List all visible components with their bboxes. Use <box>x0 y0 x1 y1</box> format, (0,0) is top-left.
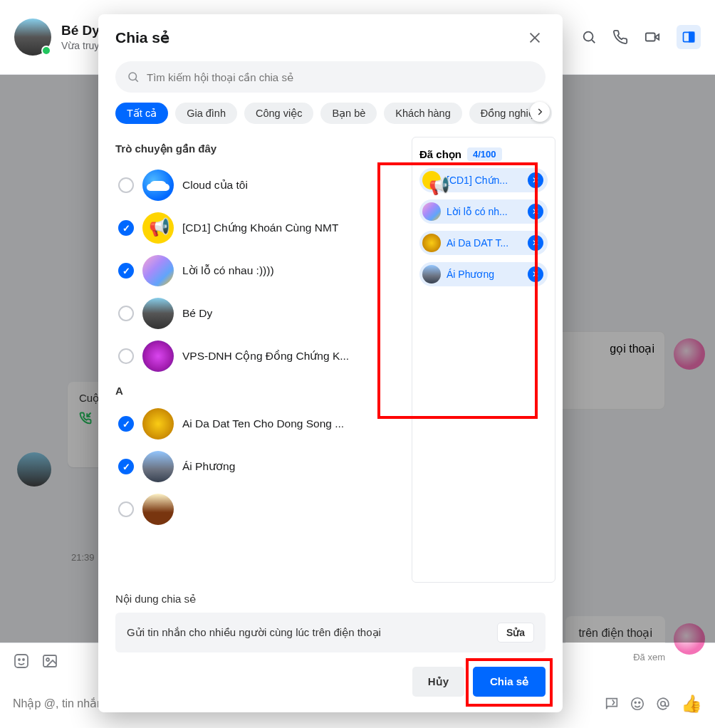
checkbox-icon[interactable] <box>118 177 134 193</box>
checkbox-icon[interactable] <box>118 306 134 321</box>
avatar <box>142 408 174 440</box>
avatar <box>142 298 174 329</box>
selected-chip-label: Ái Phương <box>447 269 522 280</box>
checkbox-icon[interactable] <box>118 416 134 432</box>
list-item[interactable]: VPS-DNH Cộng Đồng Chứng K... <box>115 335 400 378</box>
avatar <box>422 265 441 284</box>
svg-point-12 <box>632 697 644 709</box>
emoji-icon[interactable] <box>630 696 645 712</box>
remove-icon[interactable]: ✕ <box>528 172 543 188</box>
selected-count: 4/100 <box>467 147 502 161</box>
svg-point-14 <box>639 702 640 703</box>
remove-icon[interactable]: ✕ <box>528 266 543 282</box>
phone-icon[interactable] <box>612 29 628 45</box>
list-item[interactable]: Bé Dy <box>115 292 400 335</box>
panel-toggle-icon[interactable] <box>677 25 701 49</box>
selected-chip: Ái Phương ✕ <box>419 262 548 286</box>
list-item-label: Bé Dy <box>182 307 212 320</box>
search-icon[interactable] <box>581 29 597 45</box>
selected-label: Đã chọn <box>419 148 461 161</box>
svg-line-19 <box>135 79 137 81</box>
cancel-button[interactable]: Hủy <box>412 667 464 697</box>
list-item[interactable]: Lời lỗ có nhau :)))) <box>115 249 400 292</box>
list-item-label: Lời lỗ có nhau :)))) <box>182 264 274 277</box>
chip-family[interactable]: Gia đình <box>175 103 237 124</box>
svg-line-1 <box>592 40 595 43</box>
search-input[interactable] <box>147 71 534 83</box>
chip-customers[interactable]: Khách hàng <box>384 103 461 124</box>
avatar <box>142 451 174 482</box>
avatar <box>142 494 174 525</box>
sticker-icon[interactable] <box>13 652 30 670</box>
list-item[interactable]: Cloud của tôi <box>115 164 400 207</box>
avatar <box>422 234 441 252</box>
svg-point-18 <box>129 73 137 80</box>
avatar <box>422 171 441 189</box>
share-content-text: Gửi tin nhắn cho nhiều người cùng lúc tr… <box>127 626 490 639</box>
svg-rect-10 <box>43 655 56 667</box>
image-icon[interactable] <box>41 652 58 670</box>
checkbox-icon[interactable] <box>118 220 134 236</box>
list-item[interactable] <box>115 488 400 531</box>
selected-chip-label: Lời lỗ có nh... <box>447 206 522 217</box>
share-modal: Chia sẻ Tất cả Gia đình Công việc Bạn bè… <box>98 14 563 712</box>
svg-point-0 <box>584 32 593 41</box>
selected-chip: Ai Da DAT T... ✕ <box>419 231 548 255</box>
chip-all[interactable]: Tất cả <box>115 103 168 124</box>
list-item[interactable]: [CD1] Chứng Khoán Cùng NMT <box>115 207 400 249</box>
remove-icon[interactable]: ✕ <box>528 235 543 251</box>
avatar <box>422 202 441 221</box>
chip-friends[interactable]: Bạn bè <box>320 103 377 124</box>
list-item-label: Ai Da Dat Ten Cho Dong Song ... <box>182 417 344 430</box>
selected-chip: [CD1] Chứn... ✕ <box>419 168 548 192</box>
checkbox-icon[interactable] <box>118 459 134 474</box>
selected-chip-label: [CD1] Chứn... <box>447 175 522 186</box>
online-dot-icon <box>41 46 51 56</box>
share-content-box: Gửi tin nhắn cho nhiều người cùng lúc tr… <box>115 613 546 652</box>
video-icon[interactable] <box>644 29 661 45</box>
avatar <box>142 255 174 286</box>
checkbox-icon[interactable] <box>118 348 134 364</box>
remove-icon[interactable]: ✕ <box>528 204 543 219</box>
checkbox-icon[interactable] <box>118 263 134 279</box>
conversation-list[interactable]: Trò chuyện gần đây Cloud của tôi [CD1] C… <box>115 137 406 583</box>
list-item-label: [CD1] Chứng Khoán Cùng NMT <box>182 222 338 234</box>
list-item-label: VPS-DNH Cộng Đồng Chứng K... <box>182 350 349 363</box>
avatar[interactable] <box>14 19 51 56</box>
svg-rect-7 <box>15 655 28 667</box>
chevron-right-icon[interactable] <box>530 102 550 122</box>
svg-point-13 <box>635 702 636 703</box>
share-content-label: Nội dung chia sẻ <box>115 593 546 605</box>
svg-point-8 <box>19 659 20 660</box>
selected-panel: Đã chọn 4/100 [CD1] Chứn... ✕ Lời lỗ có … <box>412 137 555 583</box>
svg-point-11 <box>46 658 49 661</box>
avatar <box>142 212 174 244</box>
svg-rect-5 <box>689 32 694 41</box>
modal-title: Chia sẻ <box>115 29 169 46</box>
quick-message-icon[interactable] <box>604 696 620 712</box>
filter-chips: Tất cả Gia đình Công việc Bạn bè Khách h… <box>98 93 563 131</box>
search-icon <box>127 71 140 83</box>
thumbs-up-icon[interactable]: 👍 <box>681 694 702 714</box>
chip-work[interactable]: Công việc <box>244 103 313 124</box>
svg-point-9 <box>23 659 24 660</box>
mention-icon[interactable] <box>655 696 671 712</box>
close-icon[interactable] <box>524 27 546 48</box>
selected-chip-label: Ai Da DAT T... <box>447 237 522 249</box>
section-a: A <box>115 378 400 402</box>
selected-chip: Lời lỗ có nh... ✕ <box>419 199 548 224</box>
svg-rect-2 <box>646 33 655 41</box>
svg-point-15 <box>661 701 665 705</box>
edit-button[interactable]: Sửa <box>497 623 534 643</box>
list-item-label: Cloud của tôi <box>182 179 248 192</box>
section-recent: Trò chuyện gần đây <box>115 137 400 164</box>
share-button[interactable]: Chia sẻ <box>473 667 546 697</box>
search-input-container[interactable] <box>115 61 546 93</box>
seen-label: Đã xem <box>633 652 665 662</box>
checkbox-icon[interactable] <box>118 501 134 517</box>
avatar <box>142 170 174 201</box>
list-item-label: Ái Phương <box>182 460 235 473</box>
avatar <box>142 340 174 372</box>
list-item[interactable]: Ái Phương <box>115 445 400 488</box>
list-item[interactable]: Ai Da Dat Ten Cho Dong Song ... <box>115 402 400 445</box>
